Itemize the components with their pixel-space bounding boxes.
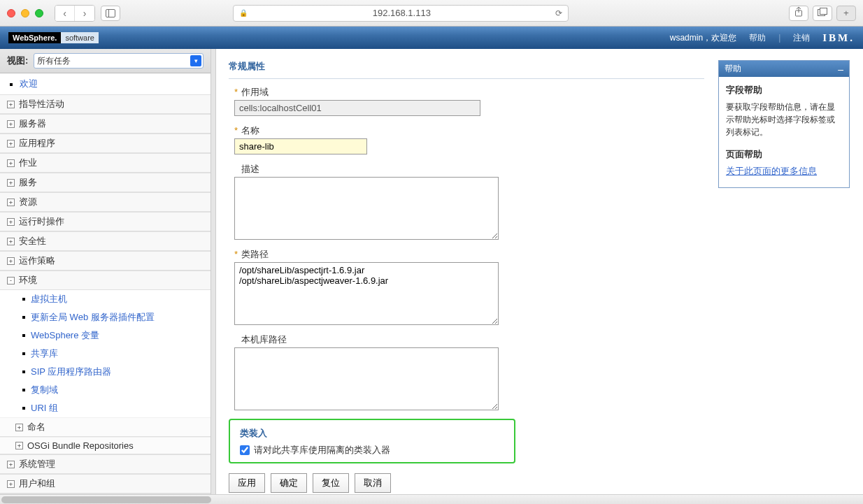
back-button[interactable]: ‹ [55,6,75,21]
header-help-link[interactable]: 帮助 [749,32,766,44]
field-nativepath: 本机库路径 [234,333,704,410]
required-star-icon: * [234,125,238,136]
nativepath-textarea[interactable] [234,347,499,410]
reload-icon[interactable]: ⟳ [555,8,562,18]
collapse-icon: - [7,277,15,285]
required-star-icon: * [234,249,238,259]
nav-panel: 视图: 所有任务 ▾ 欢迎 +指导性活动 +服务器 +应用程序 +作业 +服务 … [0,49,211,504]
svg-rect-4 [820,8,827,15]
ok-button[interactable]: 确定 [271,473,307,493]
tabs-button[interactable] [813,6,832,21]
nav-item-servers[interactable]: +服务器 [0,114,211,134]
expand-icon: + [7,199,15,206]
field-help-title: 字段帮助 [726,84,842,96]
window-controls [7,9,43,17]
nav-sub-update-plugin[interactable]: 更新全局 Web 服务器插件配置 [0,308,211,326]
websphere-header: WebSphere. software wsadmin，欢迎您 帮助 | 注销 … [0,27,863,49]
nav-item-users-groups[interactable]: +用户和组 [0,474,211,494]
nav-sub-ws-variables[interactable]: WebSphere 变量 [0,326,211,345]
nav-item-jobs[interactable]: +作业 [0,153,211,173]
nav-item-sysadmin[interactable]: +系统管理 [0,454,211,474]
bullet-icon [22,334,25,337]
help-header: 帮助 – [719,61,849,77]
bullet-icon [22,407,25,410]
field-description: 描述 [234,163,704,240]
sidebar-toggle-button[interactable] [101,6,120,21]
required-star-icon: * [234,87,238,97]
scope-input [234,100,480,116]
nav-item-services[interactable]: +服务 [0,173,211,192]
bullet-icon [22,389,25,391]
nav-item-environment[interactable]: -环境 [0,271,211,290]
reset-button[interactable]: 复位 [313,473,349,493]
nav-sub-sip-router[interactable]: SIP 应用程序路由器 [0,363,211,381]
view-selector-bar: 视图: 所有任务 ▾ [0,49,211,73]
share-icon [794,7,803,17]
expand-icon: + [7,257,15,265]
collapse-icon[interactable]: – [838,66,843,73]
nav-item-resources[interactable]: +资源 [0,192,211,212]
classpath-textarea[interactable]: /opt/shareLib/aspectjrt-1.6.9.jar /opt/s… [234,262,499,325]
nav-item-security[interactable]: +安全性 [0,231,211,251]
help-panel: 帮助 – 字段帮助 要获取字段帮助信息，请在显示帮助光标时选择字段标签或列表标记… [718,55,850,493]
expand-icon: + [7,480,15,488]
nav-sub-uri-groups[interactable]: URI 组 [0,399,211,417]
nav-item-guided[interactable]: +指导性活动 [0,94,211,114]
tabs-icon [818,8,827,16]
nav-sub-replication[interactable]: 复制域 [0,381,211,399]
nav-sub-naming[interactable]: +命名 [0,417,211,437]
share-button[interactable] [789,6,808,21]
nav-welcome[interactable]: 欢迎 [0,73,211,94]
classloader-checkbox[interactable] [240,445,250,455]
bullet-icon [10,83,13,86]
address-bar[interactable]: 🔒 192.168.1.113 ⟳ [233,5,569,22]
cancel-button[interactable]: 取消 [355,473,391,493]
expand-icon: + [7,179,15,187]
expand-icon: + [7,218,15,226]
websphere-logo: WebSphere. [8,32,61,43]
browser-chrome: ‹ › 🔒 192.168.1.113 ⟳ + [0,0,863,27]
close-window-icon[interactable] [7,9,15,17]
expand-icon: + [15,442,23,449]
classloader-fieldset: 类装入 请对此共享库使用隔离的类装入器 [229,419,515,463]
expand-icon: + [15,424,23,431]
name-input[interactable] [234,138,367,154]
apply-button[interactable]: 应用 [229,473,265,493]
nav-item-applications[interactable]: +应用程序 [0,134,211,153]
help-title: 帮助 [725,63,741,75]
websphere-logo-sub: software [61,32,99,43]
field-scope: * 作用域 [234,86,704,116]
nav-item-policies[interactable]: +运作策略 [0,251,211,271]
header-logout-link[interactable]: 注销 [793,32,810,44]
horizontal-scrollbar[interactable] [0,494,863,504]
classloader-checkbox-label: 请对此共享库使用隔离的类装入器 [254,444,390,456]
page-help-link[interactable]: 关于此页面的更多信息 [726,166,817,176]
section-title: 常规属性 [229,55,704,79]
nav-splitter[interactable] [211,49,216,504]
nav-item-runtime[interactable]: +运行时操作 [0,212,211,231]
nav-sub-virtual-hosts[interactable]: 虚拟主机 [0,290,211,308]
nav-sub-shared-libs[interactable]: 共享库 [0,345,211,363]
expand-icon: + [7,238,15,245]
nav-tree: 欢迎 +指导性活动 +服务器 +应用程序 +作业 +服务 +资源 +运行时操作 … [0,73,211,504]
scope-label: 作用域 [241,86,269,99]
minimize-window-icon[interactable] [21,9,29,17]
maximize-window-icon[interactable] [35,9,43,17]
field-classpath: * 类路径 /opt/shareLib/aspectjrt-1.6.9.jar … [234,248,704,325]
new-tab-button[interactable]: + [836,6,856,21]
desc-label: 描述 [241,163,259,175]
desc-textarea[interactable] [234,177,499,240]
forward-button[interactable]: › [75,6,94,21]
view-label: 视图: [7,55,28,67]
classloader-checkbox-row[interactable]: 请对此共享库使用隔离的类装入器 [240,444,504,456]
view-select[interactable]: 所有任务 ▾ [34,53,204,69]
ibm-logo: IBM. [822,32,855,44]
nav-sub-osgi[interactable]: +OSGi Bundle Repositories [0,437,211,454]
field-help-text: 要获取字段帮助信息，请在显示帮助光标时选择字段标签或列表标记。 [726,101,842,138]
field-name: * 名称 [234,124,704,154]
expand-icon: + [7,159,15,167]
nav-back-forward: ‹ › [55,5,95,22]
address-text: 192.168.1.113 [252,8,551,18]
expand-icon: + [7,140,15,147]
scroll-thumb[interactable] [1,496,211,503]
